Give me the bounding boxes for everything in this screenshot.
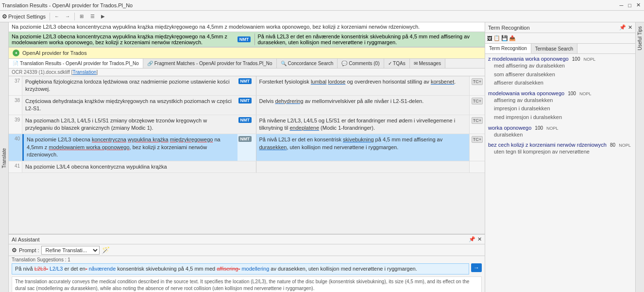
ai-accept-button[interactable]: → [471, 263, 482, 272]
tab-label-1: Fragment Matches - OpenAI provider for T… [154, 61, 272, 66]
seg-src-37[interactable]: Pogłębiona fizjologiczna lordoza lędźwio… [22, 76, 237, 95]
right-panel-pin[interactable]: 📌 [619, 24, 626, 31]
ai-panel-title-bar: AI Assistant 📌 ✕ [9, 235, 485, 244]
back-button[interactable]: ← [52, 12, 62, 21]
tab-term-recognition[interactable]: Term Recognition [485, 44, 531, 53]
forward-button[interactable]: → [63, 12, 72, 21]
list-button[interactable]: ☰ [87, 12, 97, 21]
term-group-3: worka oponowego 100 NOPL duralsekken [488, 125, 632, 139]
ai-panel: AI Assistant 📌 ✕ ⚙ Prompt : Refine Trans… [9, 234, 485, 292]
tab-fragment-matches[interactable]: 🔗 Fragment Matches - OpenAI provider for… [143, 59, 277, 69]
tab-termbase-search[interactable]: Termbase Search [531, 44, 577, 53]
source-sentence: Na poziomie L2/L3 obecna koncentryczna w… [12, 24, 420, 30]
term-main-1: z modelowania worka oponowego 100 NOPL [488, 56, 632, 62]
term-endeplatene: endeplatene [289, 125, 319, 131]
tab-translation-results[interactable]: 📄 Translation Results - OpenAI provider … [9, 59, 143, 69]
vert-tab-useful[interactable]: Useful Tips [636, 24, 644, 52]
toolbar-sep-2 [74, 13, 75, 20]
nmt-badge-39: NMT [238, 117, 252, 123]
toolbar-icon-4[interactable]: 📤 [509, 35, 516, 41]
project-settings-label: Project Settings [8, 14, 46, 19]
toolbar-icon-3[interactable]: 💾 [501, 35, 508, 41]
seg-tgt-39[interactable]: På nivåene L2/L3, L4/L5 og L5/S1 er det … [256, 115, 470, 134]
toolbar-icon-2[interactable]: 📋 [493, 35, 500, 41]
nmt-col-37: NMT [237, 76, 256, 95]
tgt-side-37: Forsterket fysiologisk lumbal lordose og… [256, 76, 485, 95]
tc-btn-38[interactable]: TC+ [469, 96, 485, 115]
grid-button[interactable]: ⊞ [77, 12, 86, 21]
title-bar-controls: ─ □ ✕ [618, 2, 642, 8]
seg-src-40[interactable]: Na poziomie L2/L3 obecna koncentryczna w… [22, 134, 237, 160]
sidebar-vertical-left: Translate Review [0, 22, 9, 292]
tgt-side-40: På nivå L2L3 er det en konsentrisk skive… [256, 134, 485, 160]
seg-src-41[interactable]: Na poziomie L3/L4 obecna koncentryczna w… [22, 161, 237, 172]
settings-icon[interactable]: ⚙ [2, 13, 7, 20]
right-panel-controls: 📌 ✕ [619, 24, 632, 31]
term-tag-1: NOPL [584, 57, 596, 62]
term-skivebukning: skivebukning [343, 137, 374, 142]
tgt-side-39: På nivåene L2/L3, L4/L5 og L5/S1 er det … [256, 115, 485, 134]
seg-src-38[interactable]: Częściowa dehydratacja krążków międzykrę… [22, 96, 237, 115]
seg-tgt-38[interactable]: Delvis dehydrering av mellomvirvelskiver… [256, 96, 470, 115]
minimize-btn[interactable]: ─ [618, 2, 625, 8]
right-panel-close[interactable]: ✕ [628, 24, 632, 31]
ai-pin-btn[interactable]: 📌 [469, 236, 475, 242]
seg-num-41: 41 [9, 161, 22, 172]
nmt-col-39: NMT [237, 115, 256, 134]
title-bar-text: Translation Results - OpenAI provider fo… [2, 2, 133, 8]
seg-tgt-40[interactable]: På nivå L2L3 er det en konsentrisk skive… [256, 134, 470, 160]
tab-concordance[interactable]: 🔍 Concordance Search [277, 59, 338, 69]
del-en: - [85, 266, 87, 272]
ai-prompt-label: Prompt : [19, 247, 39, 253]
ai-prompt-dropdown[interactable]: Refine Translati... [41, 246, 100, 255]
maximize-btn[interactable]: □ [627, 2, 633, 8]
tab-label-4: ✓ TQAs [388, 61, 406, 66]
highlighted-tgt: På nivå L2L3 er det en nåværende konsent… [254, 34, 482, 45]
term-main-2: modelowania worka oponowego 100 NOPL [488, 90, 632, 96]
tab-messages[interactable]: ✉ Messages [410, 59, 445, 69]
term-group-2: modelowania worka oponowego 100 NOPL aff… [488, 90, 632, 122]
tab-comments[interactable]: 💬 Comments (0) [338, 59, 384, 69]
term-score-2: 100 [568, 91, 576, 96]
title-bar-left: Translation Results - OpenAI provider fo… [2, 2, 133, 8]
seg-tgt-41[interactable] [256, 161, 470, 172]
tgt-side-41 [256, 161, 485, 172]
term-group-4: bez cech kolizji z korzeniami nerwów rdz… [488, 142, 632, 156]
source-bar: Na poziomie L2/L3 obecna koncentryczna w… [9, 22, 485, 32]
tc-btn-39[interactable]: TC+ [469, 115, 485, 134]
tc-btn-37[interactable]: TC+ [469, 76, 485, 95]
ai-magic-btn[interactable]: 🪄 [102, 246, 110, 254]
tab-icon-0: 📄 [13, 61, 18, 66]
highlighted-src: Na poziomie L2/L3 obecna koncentryczna w… [12, 34, 236, 45]
ins-l2l3-slash: L2/L3 [50, 266, 63, 272]
term-tag-2: NOPL [579, 91, 592, 96]
term-lumbal: lumbal [311, 79, 326, 85]
term-group-1: z modelowania worka oponowego 100 NOPL m… [488, 56, 632, 87]
seg-num-37: 37 [9, 76, 22, 95]
seg-tgt-37[interactable]: Forsterket fysiologisk lumbal lordose og… [256, 76, 470, 95]
openai-label: OpenAI provider for Trados [22, 50, 87, 56]
tc-btn-40[interactable]: TC+ [469, 134, 485, 160]
del-affisering: affisering- [217, 266, 240, 272]
term-lordose: lordose [328, 79, 345, 85]
src-side-38: 38 Częściowa dehydratacja krążków między… [9, 96, 237, 115]
term-src-miedzy: międzykręgowego [170, 137, 213, 142]
tab-tqas[interactable]: ✓ TQAs [384, 59, 410, 69]
ai-gear-icon[interactable]: ⚙ [12, 247, 17, 254]
nmt-badge-top: NMT [236, 34, 254, 45]
tab-label-0: Translation Results - OpenAI provider fo… [20, 61, 139, 66]
src-side-41: 41 Na poziomie L3/L4 obecna koncentryczn… [9, 161, 237, 172]
ai-suggestion-box: På nivå L2L3- L2/L3 er det en- nåværende… [12, 263, 469, 275]
ocr-link[interactable]: Translation [72, 69, 96, 75]
play-button[interactable]: ▶ [98, 12, 108, 21]
nmt-col-40: NMT [237, 134, 256, 160]
ai-close-btn[interactable]: ✕ [477, 236, 482, 242]
toolbar-icon-1[interactable]: 🖼 [487, 35, 492, 41]
content-area: Na poziomie L2/L3 obecna koncentryczna w… [9, 22, 485, 292]
seg-src-39[interactable]: Na poziomach L2/L3, L4/L5 i L5/S1 zmiany… [22, 115, 237, 134]
close-btn[interactable]: ✕ [635, 2, 642, 8]
term-main-3: worka oponowego 100 NOPL [488, 125, 632, 131]
table-row: 41 Na poziomie L3/L4 obecna koncentryczn… [9, 161, 485, 173]
term-src-koncentryczna: koncentryczna [92, 137, 126, 142]
sidebar-tab-translate[interactable]: Translate [0, 146, 8, 171]
